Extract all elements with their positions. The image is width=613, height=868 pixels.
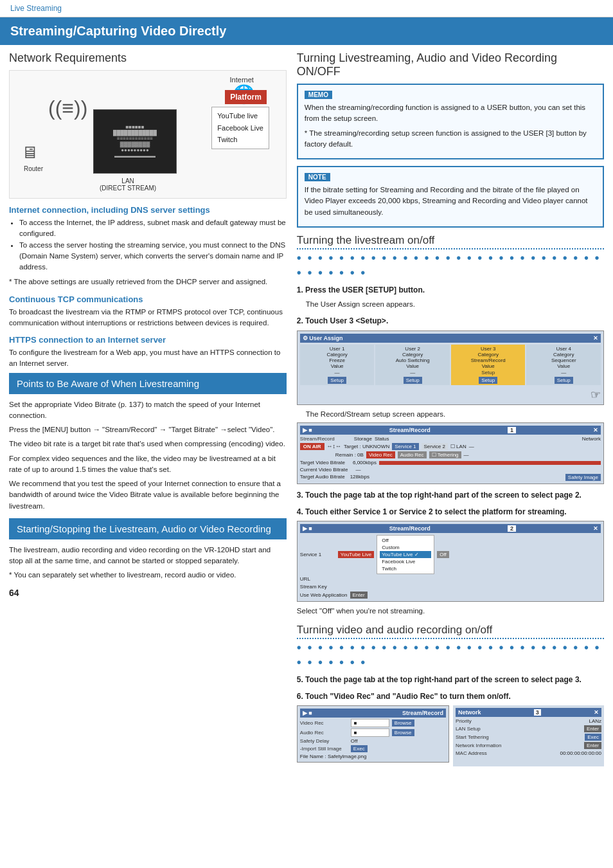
step-6-text: 6. Touch "Video Rec" and "Audio Rec" to …: [297, 691, 604, 702]
pd-item-twitch[interactable]: Twitch: [380, 565, 431, 572]
network-panel: Network 3 ✕ Priority LANz LAN Setup Ente…: [453, 705, 604, 766]
safety-image-btn[interactable]: Safety Image: [565, 474, 601, 481]
bs-video-browse-btn[interactable]: Browse: [392, 719, 414, 727]
platform-dropdown-panel: ▶ ■ Stream/Record 2 ✕ Service 1 YouTube …: [297, 521, 604, 602]
bs-filename-label: File Name : SafetyImage.png: [300, 754, 367, 759]
np-start-tethering-label: Start Tethering: [456, 734, 489, 740]
bs-audio-rec-input[interactable]: ■: [351, 728, 389, 737]
np-row-mac: MAC Address 00:00:00:00:00:00: [456, 750, 601, 756]
pd-off-btn[interactable]: Off: [437, 551, 449, 558]
bottom-stream-panel: ▶ ■ Stream/Record Video Rec ■ Browse Aud…: [297, 705, 449, 763]
ua-close-icon[interactable]: ✕: [593, 335, 598, 341]
platform-list: YouTube live Facebook Live Twitch: [211, 107, 269, 149]
pd-item-off[interactable]: Off: [380, 537, 431, 544]
sp-bitrate-row-3: Target Audio Bitrate 128kbps Safety Imag…: [300, 474, 601, 481]
points-heading: Points to Be Aware of When Livestreaming: [17, 378, 199, 389]
audio-rec-btn[interactable]: Audio Rec: [398, 451, 427, 458]
pd-stream-key-label: Stream Key: [300, 584, 335, 590]
sp-dash: —: [469, 444, 474, 449]
https-heading: HTTPS connection to an Internet server: [9, 335, 287, 345]
ua-title: ⚙ User Assign: [303, 335, 343, 341]
bullet-1: To access the Internet, the IP address, …: [19, 217, 287, 240]
user-assign-screen: ⚙ User Assign ✕ User 1 Category Freeze V…: [297, 330, 604, 405]
dot-divider-2: • • • • • • • • • • • • • • • • • • • • …: [297, 640, 604, 670]
router-label: Router: [24, 165, 43, 172]
pd-youtube-btn[interactable]: YouTube Live: [338, 551, 374, 558]
bs-title: Stream/Record: [402, 710, 443, 716]
sp-row-3: Remain : 0B Video Rec Audio Rec ☐ Tether…: [300, 451, 601, 458]
bs-audio-rec-label: Audio Rec: [300, 730, 348, 736]
tethering-btn[interactable]: ☐ Tethering: [429, 451, 461, 458]
ua-header: ⚙ User Assign ✕: [300, 334, 601, 343]
np-lan-setup-label: LAN Setup: [456, 726, 481, 732]
ua-user3-header: User 3: [453, 346, 524, 352]
pd-enter-btn[interactable]: Enter: [350, 592, 368, 599]
pd-web-app-label: Use Web Application: [300, 592, 348, 598]
np-close[interactable]: ✕: [594, 709, 599, 716]
step-2-num: 2.: [297, 316, 303, 325]
np-tether-exec-btn[interactable]: Exec: [585, 734, 601, 741]
sp-header-1: ▶ ■ Stream/Record 1 ✕: [300, 426, 601, 435]
step-4: 4. Touch either Service 1 or Service 2 t…: [297, 506, 604, 617]
mixer-inner: ■■■■■■ ████████████ ≡≡≡≡≡≡≡≡≡≡≡≡ ▓▓▓▓▓▓▓…: [113, 124, 157, 159]
pd-service1-label: Service 1: [300, 552, 335, 557]
tcp-text: To broadcast the livestream via the RTMP…: [9, 307, 287, 329]
sp-page-1: 1: [508, 427, 516, 433]
pd-item-youtube[interactable]: YouTube Live ✓: [380, 551, 431, 558]
ua-user2-header: User 2: [377, 346, 448, 352]
step-2-action: Touch User 3 <Setup>.: [305, 316, 388, 325]
step-3: 3. Touch the page tab at the top right-h…: [297, 489, 604, 501]
step-4-num: 4.: [297, 507, 303, 516]
ua-user3-setup-btn[interactable]: Setup: [479, 377, 497, 384]
ua-user4-setup-btn[interactable]: Setup: [555, 377, 573, 384]
sp-bitrate-row: Target Video Bitrate 6,000kbps: [300, 460, 601, 466]
ua-user2-val2: —: [377, 370, 448, 375]
main-header: Streaming/Capturing Video Directly: [0, 17, 613, 45]
ua-user1-header: User 1: [302, 346, 373, 352]
sp-lan-checkbox[interactable]: ☐ LAN: [450, 444, 466, 449]
bs-import-exec-btn[interactable]: Exec: [351, 745, 368, 752]
memo-note: * The streaming/recording setup screen f…: [305, 128, 596, 150]
ua-user2-setup-btn[interactable]: Setup: [404, 377, 422, 384]
service-1-btn[interactable]: Service 1: [392, 443, 418, 450]
bs-video-rec-input[interactable]: ■: [351, 719, 389, 727]
points-p2: Press the [MENU] button → "Stream/Record…: [9, 424, 287, 435]
np-row-lan: LAN Setup Enter: [456, 725, 601, 732]
sp-current-val: —: [355, 467, 360, 473]
ua-user1-setup-btn[interactable]: Setup: [328, 377, 346, 384]
cursor-icon: ☞: [300, 388, 601, 402]
pd-header: ▶ ■ Stream/Record 2 ✕: [300, 524, 601, 533]
ua-user4-seq: Sequencer: [528, 357, 599, 363]
livestream-onoff-heading: Turning the livestream on/off: [297, 234, 604, 249]
np-lan-enter-btn[interactable]: Enter: [584, 725, 601, 732]
step-5-num: 5.: [297, 675, 303, 684]
sp-close-1[interactable]: ✕: [593, 427, 598, 433]
router-icon: 🖥: [21, 143, 38, 163]
step-1-detail: The User Assign screen appears.: [297, 299, 604, 310]
step-2: 2. Touch User 3 <Setup>. ⚙ User Assign ✕…: [297, 315, 604, 484]
platform-box-label: Platform: [225, 90, 267, 104]
pd-item-custom[interactable]: Custom: [380, 544, 431, 551]
step-5-text: 5. Touch the page tab at the top right-h…: [297, 674, 604, 685]
pd-close[interactable]: ✕: [593, 525, 598, 532]
ua-user3-value: Value: [453, 363, 524, 369]
ua-user1-value: Value: [302, 363, 373, 369]
pd-item-facebook[interactable]: Facebook Live: [380, 558, 431, 565]
page-number: 64: [9, 588, 287, 598]
sp-arrows: ↔↕↔: [327, 443, 342, 449]
points-p3: The video bit rate is a target bit rate …: [9, 439, 287, 449]
np-netinfo-enter-btn[interactable]: Enter: [584, 742, 601, 749]
service-2-btn[interactable]: Service 2: [422, 443, 448, 450]
bs-row-import: -Import Still Image Exec: [300, 745, 446, 752]
video-rec-btn[interactable]: Video Rec: [366, 451, 395, 458]
ua-columns: User 1 Category Freeze Value — Setup Use…: [300, 345, 601, 385]
sp-target-video: Target Video Bitrate: [300, 460, 345, 466]
sp-status-label: Status: [375, 436, 389, 442]
np-header: Network 3 ✕: [456, 708, 601, 717]
on-air-btn[interactable]: ON AIR: [300, 443, 324, 450]
bs-audio-browse-btn[interactable]: Browse: [392, 729, 414, 736]
internet-connection-heading: Internet connection, including DNS serve…: [9, 205, 287, 215]
topbar-title: Live Streaming: [10, 4, 62, 13]
points-section-header: Points to Be Aware of When Livestreaming: [9, 373, 287, 394]
sp-stream-record-label: Stream/Record: [300, 436, 351, 442]
